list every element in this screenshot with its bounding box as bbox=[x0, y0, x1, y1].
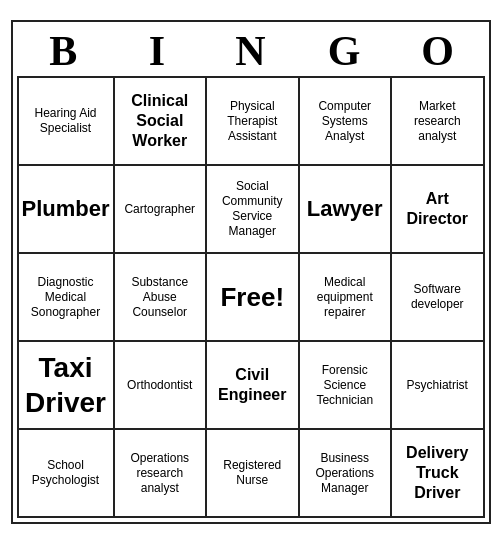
bingo-header: BINGO bbox=[17, 26, 485, 76]
cell-g4[interactable]: Forensic Science Technician bbox=[300, 342, 392, 430]
cell-b3[interactable]: Diagnostic Medical Sonographer bbox=[19, 254, 115, 342]
cell-text-i5: Operations research analyst bbox=[118, 451, 202, 496]
cell-text-i1: Clinical Social Worker bbox=[118, 91, 202, 151]
cell-g2[interactable]: Lawyer bbox=[300, 166, 392, 254]
cell-g1[interactable]: Computer Systems Analyst bbox=[300, 78, 392, 166]
cell-i2[interactable]: Cartographer bbox=[115, 166, 207, 254]
cell-text-i3: Substance Abuse Counselor bbox=[118, 275, 202, 320]
cell-text-o2: Art Director bbox=[395, 189, 480, 229]
cell-i5[interactable]: Operations research analyst bbox=[115, 430, 207, 518]
cell-text-g2: Lawyer bbox=[307, 195, 383, 223]
cell-text-g3: Medical equipment repairer bbox=[303, 275, 387, 320]
cell-text-g1: Computer Systems Analyst bbox=[303, 99, 387, 144]
cell-o4[interactable]: Psychiatrist bbox=[392, 342, 485, 430]
cell-b5[interactable]: School Psychologist bbox=[19, 430, 115, 518]
header-letter-o: O bbox=[391, 26, 485, 76]
cell-i3[interactable]: Substance Abuse Counselor bbox=[115, 254, 207, 342]
cell-o5[interactable]: Delivery Truck Driver bbox=[392, 430, 485, 518]
cell-text-o1: Market research analyst bbox=[395, 99, 480, 144]
bingo-grid: Hearing Aid SpecialistClinical Social Wo… bbox=[17, 76, 485, 518]
cell-text-n1: Physical Therapist Assistant bbox=[210, 99, 295, 144]
cell-text-b5: School Psychologist bbox=[22, 458, 110, 488]
cell-b2[interactable]: Plumber bbox=[19, 166, 115, 254]
header-letter-b: B bbox=[17, 26, 111, 76]
cell-text-b2: Plumber bbox=[22, 195, 110, 223]
cell-text-n5: Registered Nurse bbox=[210, 458, 295, 488]
cell-n2[interactable]: Social Community Service Manager bbox=[207, 166, 300, 254]
cell-text-n2: Social Community Service Manager bbox=[210, 179, 295, 239]
cell-b1[interactable]: Hearing Aid Specialist bbox=[19, 78, 115, 166]
cell-text-b4: Taxi Driver bbox=[22, 350, 110, 420]
header-letter-n: N bbox=[204, 26, 298, 76]
cell-o2[interactable]: Art Director bbox=[392, 166, 485, 254]
cell-text-i4: Orthodontist bbox=[127, 378, 192, 393]
cell-n1[interactable]: Physical Therapist Assistant bbox=[207, 78, 300, 166]
cell-text-o5: Delivery Truck Driver bbox=[395, 443, 480, 503]
cell-i4[interactable]: Orthodontist bbox=[115, 342, 207, 430]
cell-g5[interactable]: Business Operations Manager bbox=[300, 430, 392, 518]
cell-o1[interactable]: Market research analyst bbox=[392, 78, 485, 166]
cell-text-i2: Cartographer bbox=[124, 202, 195, 217]
cell-b4[interactable]: Taxi Driver bbox=[19, 342, 115, 430]
cell-n3[interactable]: Free! bbox=[207, 254, 300, 342]
cell-text-b3: Diagnostic Medical Sonographer bbox=[22, 275, 110, 320]
header-letter-i: I bbox=[110, 26, 204, 76]
cell-text-o4: Psychiatrist bbox=[407, 378, 468, 393]
cell-o3[interactable]: Software developer bbox=[392, 254, 485, 342]
cell-text-b1: Hearing Aid Specialist bbox=[22, 106, 110, 136]
cell-n4[interactable]: Civil Engineer bbox=[207, 342, 300, 430]
cell-text-g4: Forensic Science Technician bbox=[303, 363, 387, 408]
cell-n5[interactable]: Registered Nurse bbox=[207, 430, 300, 518]
bingo-card: BINGO Hearing Aid SpecialistClinical Soc… bbox=[11, 20, 491, 524]
header-letter-g: G bbox=[297, 26, 391, 76]
cell-text-o3: Software developer bbox=[395, 282, 480, 312]
cell-text-n3: Free! bbox=[220, 281, 284, 314]
cell-g3[interactable]: Medical equipment repairer bbox=[300, 254, 392, 342]
cell-text-n4: Civil Engineer bbox=[210, 365, 295, 405]
cell-i1[interactable]: Clinical Social Worker bbox=[115, 78, 207, 166]
cell-text-g5: Business Operations Manager bbox=[303, 451, 387, 496]
